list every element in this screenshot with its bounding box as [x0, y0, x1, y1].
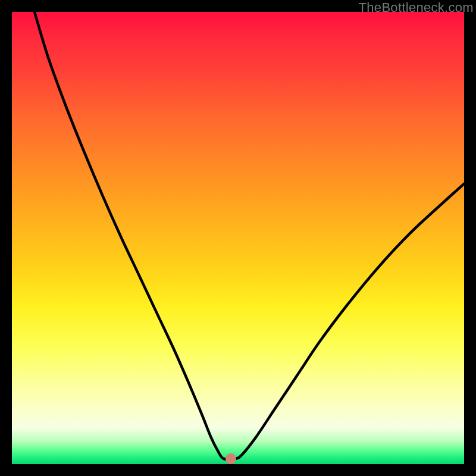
watermark-text: TheBottleneck.com: [359, 0, 474, 15]
optimal-point-marker: [226, 453, 236, 464]
plot-area: [12, 12, 464, 464]
bottleneck-curve: [12, 12, 464, 464]
chart-stage: TheBottleneck.com: [0, 0, 476, 476]
